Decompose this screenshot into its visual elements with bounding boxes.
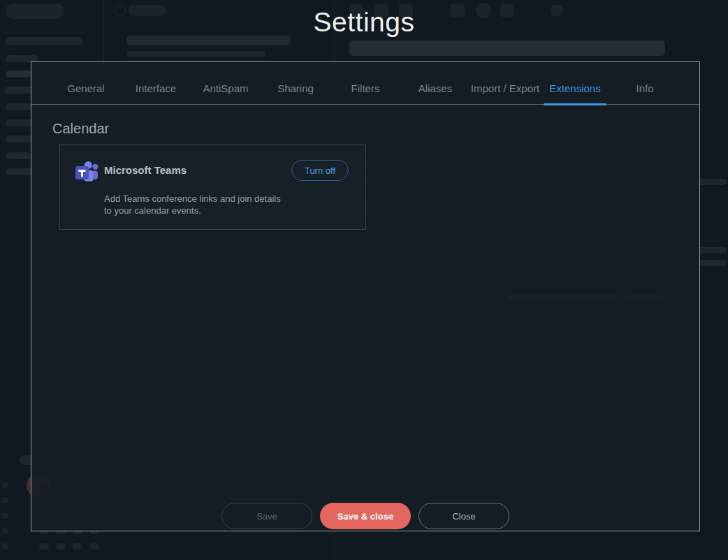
dimmed-list-subtitle (126, 51, 266, 57)
tab-aliases[interactable]: Aliases (400, 78, 470, 104)
microsoft-teams-icon (74, 161, 99, 183)
settings-dialog-title: Settings (0, 7, 728, 38)
extension-title: Microsoft Teams (104, 164, 187, 176)
dimmed-calendar-cell (39, 543, 49, 550)
dimmed-calendar-cell (1, 482, 8, 488)
extension-description: Add Teams conference links and join deta… (104, 193, 287, 216)
tab-info[interactable]: Info (610, 78, 680, 104)
save-and-close-button[interactable]: Save & close (320, 503, 411, 529)
dimmed-sidebar-item (6, 37, 82, 45)
tab-antispam[interactable]: AntiSpam (191, 78, 261, 104)
tab-import-export[interactable]: Import / Export (470, 78, 540, 104)
tab-interface[interactable]: Interface (121, 78, 191, 104)
dimmed-message-heading (349, 40, 665, 56)
dimmed-calendar-cell (73, 543, 82, 550)
dimmed-calendar-cell (1, 513, 8, 519)
extension-card-microsoft-teams: Microsoft Teams Turn off Add Teams confe… (59, 145, 366, 230)
tab-extensions[interactable]: Extensions (540, 78, 610, 104)
app-window: Settings General Interface AntiSpam Shar… (0, 0, 728, 560)
dimmed-calendar-cell (1, 528, 8, 534)
dimmed-calendar-cell (1, 497, 8, 503)
dimmed-sidebar-item (6, 103, 32, 110)
modal-footer: Save Save & close Close (31, 503, 699, 529)
dimmed-sidebar-item (6, 152, 31, 159)
tab-general[interactable]: General (51, 78, 121, 104)
tab-sharing[interactable]: Sharing (261, 78, 330, 104)
dimmed-calendar-cell (56, 543, 66, 550)
dimmed-calendar-cell (1, 543, 8, 550)
save-button[interactable]: Save (221, 503, 312, 529)
settings-modal: General Interface AntiSpam Sharing Filte… (31, 61, 700, 531)
dimmed-sidebar-item (6, 71, 34, 78)
tab-filters[interactable]: Filters (330, 78, 400, 104)
section-title-calendar: Calendar (52, 121, 109, 137)
close-button[interactable]: Close (418, 503, 509, 529)
dimmed-calendar-cell (89, 543, 99, 550)
settings-tab-bar: General Interface AntiSpam Sharing Filte… (31, 78, 699, 105)
turn-off-button[interactable]: Turn off (291, 160, 349, 181)
